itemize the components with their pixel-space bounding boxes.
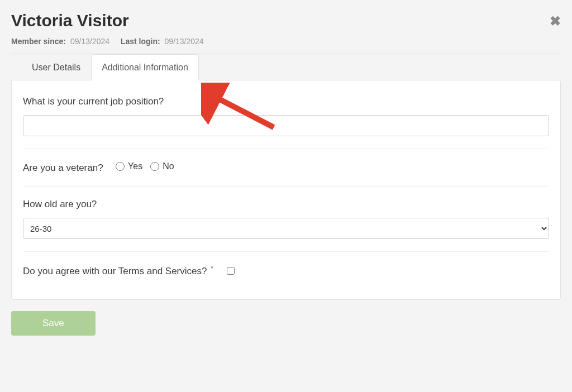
veteran-radio-yes[interactable]: Yes <box>116 161 142 171</box>
veteran-radio-no[interactable]: No <box>150 161 174 171</box>
field-terms: Do you agree with our Terms and Services… <box>23 264 549 277</box>
member-since-value: 09/13/2024 <box>70 37 109 46</box>
veteran-radio-group: Yes No <box>116 161 174 171</box>
tab-user-details[interactable]: User Details <box>21 54 91 80</box>
close-icon[interactable]: ✖ <box>550 13 561 29</box>
age-select[interactable]: 26-30 <box>23 218 549 239</box>
member-since-label: Member since: <box>11 37 66 46</box>
job-position-input[interactable] <box>23 115 549 136</box>
job-position-label: What is your current job position? <box>23 96 549 107</box>
save-button[interactable]: Save <box>11 311 96 336</box>
veteran-no-label: No <box>163 161 174 171</box>
required-mark: * <box>211 264 213 273</box>
veteran-yes-label: Yes <box>128 161 142 171</box>
header: Victoria Visitor Member since: 09/13/202… <box>11 11 561 46</box>
veteran-radio-yes-input[interactable] <box>116 162 125 171</box>
terms-label: Do you agree with our Terms and Services… <box>23 266 207 276</box>
tab-additional-information[interactable]: Additional Information <box>91 54 199 80</box>
page-title: Victoria Visitor <box>11 11 561 30</box>
veteran-label: Are you a veteran? <box>23 162 103 173</box>
veteran-radio-no-input[interactable] <box>150 162 159 171</box>
last-login-value: 09/13/2024 <box>165 37 204 46</box>
field-job-position: What is your current job position? <box>23 96 549 149</box>
field-age: How old are you? 26-30 <box>23 199 549 252</box>
last-login-label: Last login: <box>121 37 160 46</box>
form-panel: What is your current job position? Are y… <box>11 80 561 300</box>
tabs: User Details Additional Information <box>11 54 561 80</box>
age-label: How old are you? <box>23 199 549 210</box>
meta-info: Member since: 09/13/2024 Last login: 09/… <box>11 37 561 46</box>
terms-checkbox[interactable] <box>227 267 235 275</box>
terms-label-wrap: Do you agree with our Terms and Services… <box>23 264 213 277</box>
field-veteran: Are you a veteran? Yes No <box>23 161 549 187</box>
